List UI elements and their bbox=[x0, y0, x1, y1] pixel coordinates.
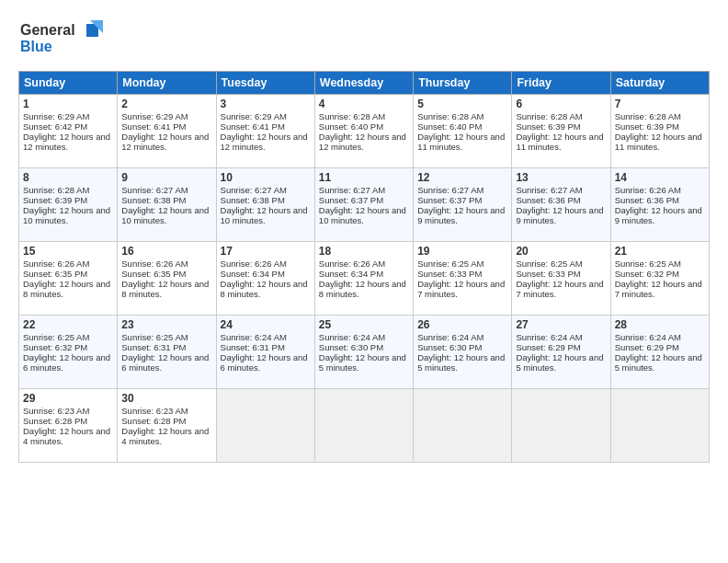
calendar-week-row: 29 Sunrise: 6:23 AM Sunset: 6:28 PM Dayl… bbox=[19, 389, 710, 463]
day-number: 15 bbox=[23, 245, 113, 258]
logo-svg: General Blue bbox=[18, 17, 119, 58]
day-number: 17 bbox=[221, 245, 311, 258]
sunrise-label: Sunrise: 6:27 AM bbox=[417, 185, 483, 195]
calendar-cell: 30 Sunrise: 6:23 AM Sunset: 6:28 PM Dayl… bbox=[118, 389, 216, 463]
sunrise-label: Sunrise: 6:26 AM bbox=[121, 259, 188, 269]
sunrise-label: Sunrise: 6:26 AM bbox=[23, 259, 89, 269]
svg-text:General: General bbox=[20, 22, 75, 38]
calendar-cell: 21 Sunrise: 6:25 AM Sunset: 6:32 PM Dayl… bbox=[610, 242, 709, 316]
day-number: 1 bbox=[23, 98, 113, 110]
sunrise-label: Sunrise: 6:26 AM bbox=[221, 259, 287, 269]
calendar-cell: 29 Sunrise: 6:23 AM Sunset: 6:28 PM Dayl… bbox=[19, 389, 118, 463]
day-header-tuesday: Tuesday bbox=[216, 72, 314, 95]
sunrise-label: Sunrise: 6:26 AM bbox=[615, 185, 681, 195]
sunset-label: Sunset: 6:32 PM bbox=[615, 269, 679, 279]
daylight-label: Daylight: 12 hours and 8 minutes. bbox=[121, 279, 209, 299]
sunset-label: Sunset: 6:36 PM bbox=[615, 195, 679, 205]
sunrise-label: Sunrise: 6:24 AM bbox=[221, 332, 287, 342]
svg-text:Blue: Blue bbox=[20, 39, 52, 54]
daylight-label: Daylight: 12 hours and 10 minutes. bbox=[121, 205, 209, 225]
calendar-cell: 19 Sunrise: 6:25 AM Sunset: 6:33 PM Dayl… bbox=[414, 242, 512, 316]
daylight-label: Daylight: 12 hours and 11 minutes. bbox=[417, 132, 505, 152]
day-header-friday: Friday bbox=[512, 72, 610, 95]
daylight-label: Daylight: 12 hours and 4 minutes. bbox=[23, 426, 110, 446]
sunset-label: Sunset: 6:34 PM bbox=[319, 269, 383, 279]
daylight-label: Daylight: 12 hours and 6 minutes. bbox=[221, 352, 308, 373]
sunset-label: Sunset: 6:41 PM bbox=[221, 121, 285, 132]
sunset-label: Sunset: 6:28 PM bbox=[121, 416, 186, 426]
sunrise-label: Sunrise: 6:23 AM bbox=[121, 406, 188, 416]
daylight-label: Daylight: 12 hours and 12 minutes. bbox=[121, 132, 209, 152]
sunset-label: Sunset: 6:40 PM bbox=[319, 121, 383, 132]
sunset-label: Sunset: 6:33 PM bbox=[417, 269, 482, 279]
sunset-label: Sunset: 6:32 PM bbox=[23, 342, 87, 352]
sunset-label: Sunset: 6:37 PM bbox=[417, 195, 482, 205]
daylight-label: Daylight: 12 hours and 9 minutes. bbox=[615, 205, 702, 225]
day-number: 20 bbox=[516, 245, 606, 258]
sunrise-label: Sunrise: 6:26 AM bbox=[319, 259, 385, 269]
day-number: 14 bbox=[615, 171, 705, 184]
calendar-header-row: SundayMondayTuesdayWednesdayThursdayFrid… bbox=[19, 72, 710, 95]
day-number: 19 bbox=[417, 245, 507, 258]
calendar-cell: 7 Sunrise: 6:28 AM Sunset: 6:39 PM Dayli… bbox=[610, 95, 709, 168]
sunrise-label: Sunrise: 6:24 AM bbox=[516, 332, 582, 342]
day-number: 30 bbox=[121, 392, 211, 405]
sunset-label: Sunset: 6:35 PM bbox=[23, 269, 87, 279]
day-number: 24 bbox=[221, 318, 311, 331]
day-number: 26 bbox=[417, 318, 507, 331]
day-number: 22 bbox=[23, 318, 113, 331]
sunrise-label: Sunrise: 6:25 AM bbox=[516, 259, 582, 269]
day-number: 27 bbox=[516, 318, 606, 331]
calendar-cell: 12 Sunrise: 6:27 AM Sunset: 6:37 PM Dayl… bbox=[414, 168, 512, 242]
daylight-label: Daylight: 12 hours and 10 minutes. bbox=[221, 205, 308, 225]
sunset-label: Sunset: 6:42 PM bbox=[23, 121, 87, 132]
sunrise-label: Sunrise: 6:27 AM bbox=[319, 185, 385, 195]
calendar-cell: 15 Sunrise: 6:26 AM Sunset: 6:35 PM Dayl… bbox=[19, 242, 118, 316]
daylight-label: Daylight: 12 hours and 9 minutes. bbox=[417, 205, 505, 225]
sunrise-label: Sunrise: 6:25 AM bbox=[23, 332, 89, 342]
sunset-label: Sunset: 6:34 PM bbox=[221, 269, 285, 279]
calendar-cell: 22 Sunrise: 6:25 AM Sunset: 6:32 PM Dayl… bbox=[19, 316, 118, 389]
daylight-label: Daylight: 12 hours and 12 minutes. bbox=[221, 132, 308, 152]
calendar-cell: 28 Sunrise: 6:24 AM Sunset: 6:29 PM Dayl… bbox=[610, 316, 709, 389]
sunset-label: Sunset: 6:29 PM bbox=[615, 342, 679, 352]
day-number: 8 bbox=[23, 171, 113, 184]
calendar-body: 1 Sunrise: 6:29 AM Sunset: 6:42 PM Dayli… bbox=[19, 95, 710, 463]
day-number: 29 bbox=[23, 392, 113, 405]
sunset-label: Sunset: 6:37 PM bbox=[319, 195, 383, 205]
sunrise-label: Sunrise: 6:28 AM bbox=[23, 185, 89, 195]
daylight-label: Daylight: 12 hours and 11 minutes. bbox=[615, 132, 702, 152]
sunset-label: Sunset: 6:38 PM bbox=[221, 195, 285, 205]
calendar-cell: 23 Sunrise: 6:25 AM Sunset: 6:31 PM Dayl… bbox=[118, 316, 216, 389]
sunset-label: Sunset: 6:31 PM bbox=[121, 342, 186, 352]
calendar-cell: 14 Sunrise: 6:26 AM Sunset: 6:36 PM Dayl… bbox=[610, 168, 709, 242]
day-header-sunday: Sunday bbox=[19, 72, 118, 95]
sunrise-label: Sunrise: 6:28 AM bbox=[417, 111, 483, 121]
calendar-cell: 10 Sunrise: 6:27 AM Sunset: 6:38 PM Dayl… bbox=[216, 168, 314, 242]
sunrise-label: Sunrise: 6:27 AM bbox=[516, 185, 582, 195]
sunset-label: Sunset: 6:30 PM bbox=[319, 342, 383, 352]
sunrise-label: Sunrise: 6:24 AM bbox=[319, 332, 385, 342]
daylight-label: Daylight: 12 hours and 6 minutes. bbox=[121, 352, 209, 373]
calendar-cell: 24 Sunrise: 6:24 AM Sunset: 6:31 PM Dayl… bbox=[216, 316, 314, 389]
day-number: 23 bbox=[121, 318, 211, 331]
daylight-label: Daylight: 12 hours and 7 minutes. bbox=[615, 279, 702, 299]
sunrise-label: Sunrise: 6:29 AM bbox=[221, 111, 287, 121]
sunset-label: Sunset: 6:35 PM bbox=[121, 269, 186, 279]
day-number: 7 bbox=[615, 98, 705, 110]
day-number: 5 bbox=[417, 98, 507, 110]
sunset-label: Sunset: 6:31 PM bbox=[221, 342, 285, 352]
calendar-cell: 20 Sunrise: 6:25 AM Sunset: 6:33 PM Dayl… bbox=[512, 242, 610, 316]
calendar-cell: 8 Sunrise: 6:28 AM Sunset: 6:39 PM Dayli… bbox=[19, 168, 118, 242]
calendar-cell: 5 Sunrise: 6:28 AM Sunset: 6:40 PM Dayli… bbox=[414, 95, 512, 168]
day-number: 13 bbox=[516, 171, 606, 184]
calendar-cell: 25 Sunrise: 6:24 AM Sunset: 6:30 PM Dayl… bbox=[314, 316, 413, 389]
daylight-label: Daylight: 12 hours and 5 minutes. bbox=[417, 352, 505, 373]
day-header-saturday: Saturday bbox=[610, 72, 709, 95]
calendar-cell: 3 Sunrise: 6:29 AM Sunset: 6:41 PM Dayli… bbox=[216, 95, 314, 168]
calendar-cell: 18 Sunrise: 6:26 AM Sunset: 6:34 PM Dayl… bbox=[314, 242, 413, 316]
daylight-label: Daylight: 12 hours and 5 minutes. bbox=[319, 352, 406, 373]
page: General Blue SundayMondayTuesdayWednesda… bbox=[0, 0, 728, 563]
calendar-cell: 6 Sunrise: 6:28 AM Sunset: 6:39 PM Dayli… bbox=[512, 95, 610, 168]
calendar-week-row: 1 Sunrise: 6:29 AM Sunset: 6:42 PM Dayli… bbox=[19, 95, 710, 168]
